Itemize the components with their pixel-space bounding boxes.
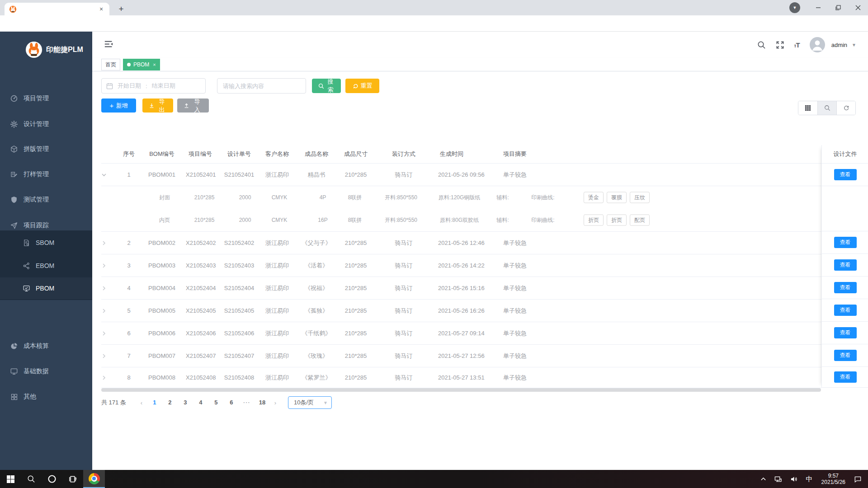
doc-gear-icon (23, 239, 30, 247)
gear-icon (10, 120, 18, 128)
horizontal-scrollbar[interactable] (101, 388, 821, 392)
sidebar-item-cube[interactable]: 拼版管理 (0, 139, 92, 160)
cortana-icon[interactable] (42, 470, 62, 488)
import-button[interactable]: 导入 (177, 99, 209, 113)
task-view-icon[interactable] (62, 470, 83, 488)
process-tag[interactable]: 配页 (630, 215, 650, 226)
page-number[interactable]: 5 (210, 396, 222, 409)
sidebar-item-sbom[interactable]: SBOM (0, 232, 92, 253)
sidebar-collapse-icon[interactable] (104, 39, 114, 49)
expand-row-icon[interactable] (101, 375, 120, 380)
screen: × + ▼ 印能捷PLM 项目管理设计管理 (0, 0, 868, 488)
window-minimize-button[interactable] (808, 0, 828, 15)
browser-tabstrip: × + ▼ (0, 0, 868, 15)
fullscreen-icon[interactable] (776, 41, 784, 49)
page-size-select[interactable]: 10条/页 ▼ (288, 396, 332, 409)
reset-button[interactable]: 重置 (345, 79, 379, 93)
user-avatar[interactable] (810, 37, 825, 52)
expand-row-icon[interactable] (101, 331, 120, 336)
user-caret-icon[interactable]: ▼ (852, 42, 856, 47)
page-number[interactable]: 2 (164, 396, 176, 409)
window-maximize-button[interactable] (828, 0, 848, 15)
view-button[interactable]: 查看 (834, 327, 857, 338)
network-icon[interactable] (770, 470, 786, 488)
page-number[interactable]: 18 (256, 396, 269, 409)
prev-page-icon[interactable]: ‹ (136, 399, 147, 406)
sidebar-item-proof[interactable]: 打样管理 (0, 164, 92, 185)
view-button[interactable]: 查看 (834, 371, 857, 383)
subcell-cut: 开料:850*550 (385, 216, 417, 224)
expand-row-icon[interactable] (101, 353, 120, 359)
sidebar-item-gear[interactable]: 设计管理 (0, 114, 92, 135)
sidebar-item-pie[interactable]: 成本核算 (0, 336, 92, 357)
tab-label: PBOM (133, 59, 149, 70)
collapse-row-icon[interactable] (101, 172, 120, 178)
ime-indicator[interactable]: 中 (802, 470, 817, 488)
export-button[interactable]: 导出 (142, 99, 173, 113)
font-size-icon[interactable]: тT (794, 41, 800, 49)
expand-row-icon[interactable] (101, 308, 120, 314)
tab-首页[interactable]: 首页 (101, 59, 120, 70)
taskbar-chrome-icon[interactable] (83, 470, 105, 488)
view-button[interactable]: 查看 (834, 169, 857, 180)
subcell-aux: 辅料: (496, 216, 509, 224)
page-number[interactable]: 4 (194, 396, 207, 409)
browser-tab[interactable]: × (5, 3, 109, 15)
action-center-icon[interactable] (850, 470, 868, 488)
page-number[interactable]: 1 (148, 396, 161, 409)
search-button[interactable]: 搜索 (312, 79, 341, 93)
window-close-button[interactable] (848, 0, 868, 15)
zoom-search-icon[interactable] (817, 101, 836, 115)
app-header: тT admin ▼ (92, 32, 868, 58)
subcell-curve: 印刷曲线: (531, 194, 554, 202)
tab-close-icon[interactable]: × (98, 5, 105, 13)
expand-row-icon[interactable] (101, 240, 120, 246)
subcell-size: 210*285 (194, 194, 215, 201)
sidebar-item-grid[interactable]: 其他 (0, 386, 92, 407)
new-tab-button[interactable]: + (116, 4, 127, 14)
process-tag[interactable]: 烫金 (584, 192, 604, 203)
column-header: 装订方式 (369, 150, 438, 158)
username-label[interactable]: admin (831, 42, 847, 48)
browser-profile-icon[interactable]: ▼ (789, 2, 800, 13)
tab-pbom[interactable]: PBOM× (123, 59, 160, 70)
page-number[interactable]: 3 (179, 396, 192, 409)
sidebar-item-shield[interactable]: 测试管理 (0, 189, 92, 210)
start-button-icon[interactable] (0, 470, 21, 488)
taskbar-search-icon[interactable] (21, 470, 42, 488)
header-search-icon[interactable] (757, 41, 766, 49)
process-tag[interactable]: 折页 (607, 215, 627, 226)
tray-chevron-up-icon[interactable] (756, 470, 770, 488)
page-number[interactable]: 6 (225, 396, 238, 409)
process-tag[interactable]: 压纹 (630, 192, 650, 203)
view-button[interactable]: 查看 (834, 305, 857, 316)
cell-customer: 浙江易印 (264, 262, 291, 270)
view-button[interactable]: 查看 (834, 259, 857, 271)
add-button[interactable]: + 新增 (101, 99, 136, 113)
cell-summary: 单子较急 (465, 307, 565, 315)
cell-bom: PBOM005 (138, 307, 186, 314)
process-tag[interactable]: 覆膜 (607, 192, 627, 203)
next-page-icon[interactable]: › (270, 399, 281, 406)
search-input[interactable] (217, 83, 306, 89)
sidebar-item-pbom[interactable]: PBOM (0, 277, 92, 299)
view-button[interactable]: 查看 (834, 350, 857, 361)
cell-design: S21052405 (215, 307, 264, 314)
cell-summary: 单子较急 (465, 171, 565, 179)
sidebar-item-ebom[interactable]: EBOM (0, 255, 92, 277)
sidebar-item-display[interactable]: 基础数据 (0, 361, 92, 382)
pinned-cell: 查看 (822, 254, 868, 277)
cell-project: X21052403 (186, 262, 215, 269)
process-tag[interactable]: 折页 (584, 215, 604, 226)
sidebar-item-dashboard[interactable]: 项目管理 (0, 88, 92, 109)
grid-view-icon[interactable] (798, 101, 817, 115)
expand-row-icon[interactable] (101, 286, 120, 291)
volume-icon[interactable] (786, 470, 802, 488)
view-button[interactable]: 查看 (834, 282, 857, 293)
refresh-icon[interactable] (836, 101, 855, 115)
date-range-input[interactable]: 开始日期 : 结束日期 (101, 78, 206, 94)
view-button[interactable]: 查看 (834, 237, 857, 248)
tab-close-icon[interactable]: × (153, 59, 156, 70)
taskbar-clock[interactable]: 9:57 2021/5/26 (817, 473, 850, 485)
expand-row-icon[interactable] (101, 263, 120, 268)
